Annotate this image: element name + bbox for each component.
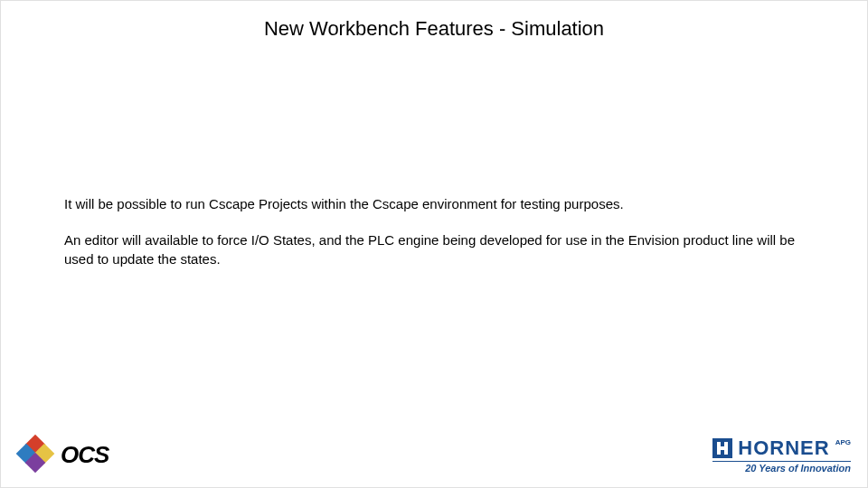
slide: New Workbench Features - Simulation It w… (0, 0, 868, 488)
body-paragraph-1: It will be possible to run Cscape Projec… (64, 195, 813, 213)
ocs-logo-text: OCS (61, 441, 108, 469)
slide-title: New Workbench Features - Simulation (1, 17, 867, 41)
horner-tagline: 20 Years of Innovation (712, 461, 851, 474)
slide-footer: OCS HORNER APG 20 Years of Innovation (1, 424, 867, 478)
ocs-cubes-icon (17, 436, 55, 474)
horner-logo-row: HORNER APG (712, 436, 851, 460)
slide-body: It will be possible to run Cscape Projec… (64, 195, 813, 286)
horner-h-icon (712, 438, 732, 458)
horner-logo: HORNER APG 20 Years of Innovation (712, 436, 851, 474)
horner-logo-suffix: APG (835, 438, 851, 446)
horner-logo-text: HORNER (738, 436, 829, 460)
ocs-logo: OCS (17, 436, 108, 474)
body-paragraph-2: An editor will available to force I/O St… (64, 231, 813, 268)
